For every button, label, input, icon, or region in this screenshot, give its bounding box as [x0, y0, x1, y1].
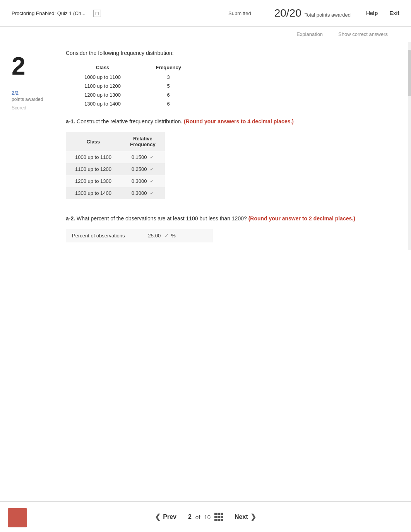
content: Consider the following frequency distrib…: [58, 50, 399, 242]
check-icon: ✓: [150, 166, 154, 172]
table-row: 1000 up to 11000.1500 ✓: [66, 151, 165, 163]
rel-class: 1000 up to 1100: [66, 151, 121, 163]
next-arrow-icon: ❯: [250, 513, 256, 521]
part-a1-heading: a-1. Construct the relative frequency di…: [66, 118, 384, 126]
part-a2-heading: a-2. What percent of the observations ar…: [66, 215, 384, 223]
sub-header: Explanation Show correct answers: [0, 27, 411, 42]
table-row: 1200 up to 13000.3000 ✓: [66, 175, 165, 187]
rel-class: 1200 up to 1300: [66, 175, 121, 187]
score-label: Total points awarded: [305, 12, 351, 18]
part-a1-text: Construct the relative frequency distrib…: [75, 118, 184, 124]
question-number: 2: [12, 54, 26, 78]
check-icon: ✓: [150, 154, 154, 160]
rel-col-freq: Relative Frequency: [121, 132, 165, 151]
sidebar: 2 2/2 points awarded Scored: [12, 50, 58, 242]
percent-label: Percent of observations: [72, 233, 125, 239]
percent-row: Percent of observations 25.00 ✓ %: [66, 229, 213, 242]
table-row: 1300 up to 14000.3000 ✓: [66, 187, 165, 199]
table-row: 1300 up to 14006: [66, 99, 197, 108]
rel-value: 0.3000 ✓: [121, 187, 165, 199]
show-correct-link[interactable]: Show correct answers: [338, 31, 388, 37]
percent-value-group: 25.00 ✓ %: [148, 233, 176, 239]
prev-label: Prev: [163, 513, 176, 520]
page-of: of: [195, 514, 200, 520]
page-info: 2 of 10: [188, 513, 223, 521]
table-row: 1200 up to 13006: [66, 90, 197, 99]
rel-col-freq-line1: Relative: [133, 136, 152, 142]
points-awarded: 2/2: [12, 90, 19, 96]
next-button[interactable]: Next ❯: [235, 513, 256, 521]
percent-unit: %: [171, 233, 176, 239]
explanation-link[interactable]: Explanation: [296, 31, 323, 37]
rel-class: 1300 up to 1400: [66, 187, 121, 199]
prev-arrow-icon: ❮: [155, 513, 161, 521]
freq-value: 5: [139, 82, 197, 90]
help-button[interactable]: Help: [366, 10, 378, 16]
part-a1-label: a-1.: [66, 118, 75, 124]
frequency-table: Class Frequency 1000 up to 110031100 up …: [66, 62, 197, 108]
freq-class: 1200 up to 1300: [66, 90, 139, 99]
part-a1-highlight: (Round your answers to 4 decimal places.…: [184, 118, 294, 124]
part-a2-highlight: (Round your answer to 2 decimal places.): [248, 215, 355, 222]
prev-button[interactable]: ❮ Prev: [155, 513, 176, 521]
header-status: Submitted: [228, 10, 251, 16]
percent-value: 25.00: [148, 233, 161, 239]
check-icon: ✓: [150, 178, 154, 184]
avatar: [8, 508, 27, 527]
relative-freq-table: Class Relative Frequency 1000 up to 1100…: [66, 132, 165, 199]
table-row: 1100 up to 12005: [66, 82, 197, 90]
freq-class: 1100 up to 1200: [66, 82, 139, 90]
header-title: Proctoring Enabled: Quiz 1 (Ch...: [12, 10, 86, 16]
header-score: 20/20 Total points awarded: [274, 7, 351, 19]
check-icon: ✓: [164, 233, 169, 239]
freq-col-freq: Frequency: [139, 62, 197, 73]
question-intro: Consider the following frequency distrib…: [66, 50, 384, 56]
next-label: Next: [235, 513, 248, 520]
page-current: 2: [188, 513, 192, 520]
freq-col-class: Class: [66, 62, 139, 73]
part-a2-text: What percent of the observations are at …: [75, 215, 248, 222]
part-a2-section: a-2. What percent of the observations ar…: [66, 215, 384, 242]
rel-col-freq-line2: Frequency: [130, 142, 156, 147]
freq-value: 6: [139, 99, 197, 108]
rel-value: 0.2500 ✓: [121, 163, 165, 175]
scrollbar-thumb[interactable]: [408, 50, 411, 96]
bottom-nav: ❮ Prev 2 of 10 Next ❯: [0, 501, 411, 532]
main-container: 2 2/2 points awarded Scored Consider the…: [0, 42, 411, 250]
proctoring-icon[interactable]: □: [93, 10, 101, 17]
check-icon: ✓: [150, 190, 154, 196]
freq-class: 1300 up to 1400: [66, 99, 139, 108]
part-a2-label: a-2.: [66, 215, 75, 222]
table-row: 1000 up to 11003: [66, 73, 197, 82]
rel-class: 1100 up to 1200: [66, 163, 121, 175]
freq-value: 6: [139, 90, 197, 99]
rel-value: 0.1500 ✓: [121, 151, 165, 163]
freq-class: 1000 up to 1100: [66, 73, 139, 82]
exit-button[interactable]: Exit: [389, 10, 399, 16]
freq-value: 3: [139, 73, 197, 82]
header: Proctoring Enabled: Quiz 1 (Ch... □ Subm…: [0, 0, 411, 27]
rel-value: 0.3000 ✓: [121, 175, 165, 187]
points-label: points awarded: [12, 97, 43, 102]
score-number: 20/20: [274, 7, 301, 19]
rel-col-class: Class: [66, 132, 121, 151]
grid-icon[interactable]: [214, 513, 223, 521]
scrollbar[interactable]: [408, 42, 411, 250]
page-total: 10: [204, 514, 211, 520]
table-row: 1100 up to 12000.2500 ✓: [66, 163, 165, 175]
scored-label: Scored: [12, 105, 26, 111]
